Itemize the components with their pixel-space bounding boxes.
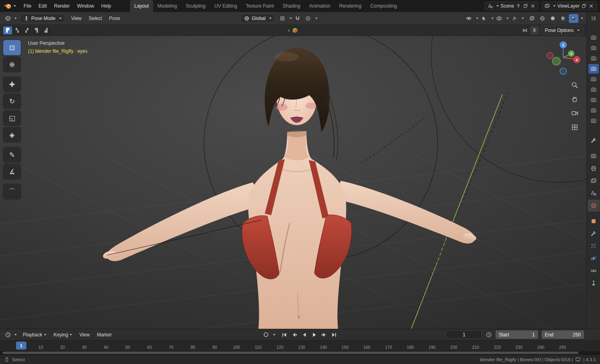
outliner-object-row[interactable]: [588, 33, 599, 42]
outliner-object-row[interactable]: [588, 54, 599, 63]
shading-wireframe-button[interactable]: [538, 14, 547, 23]
viewport-menu[interactable]: Select: [85, 14, 106, 23]
viewport-canvas[interactable]: [0, 36, 586, 329]
timeline-editor-type-button[interactable]: [3, 330, 13, 339]
breadcrumb-expand-icon[interactable]: ›: [288, 27, 290, 33]
tool-button[interactable]: ✚: [3, 77, 21, 92]
tool-button[interactable]: ⊡: [3, 40, 21, 55]
shading-rendered-button[interactable]: [569, 14, 578, 23]
outliner-object-row[interactable]: [588, 74, 599, 84]
timeline-menu[interactable]: View: [76, 330, 93, 339]
app-menu[interactable]: File: [20, 2, 35, 10]
tool-button[interactable]: ✎: [3, 147, 21, 162]
properties-tab[interactable]: [588, 215, 600, 227]
orthographic-toggle-button[interactable]: [570, 123, 579, 132]
mirror-x-toggle[interactable]: X: [530, 26, 539, 34]
tool-button[interactable]: ◈: [3, 127, 21, 142]
timeline-menu[interactable]: Marker: [93, 330, 115, 339]
camera-view-button[interactable]: [570, 109, 579, 118]
new-scene-icon[interactable]: [523, 3, 528, 9]
close-icon[interactable]: [530, 3, 536, 9]
tool-button[interactable]: ⌒: [3, 184, 21, 199]
new-viewlayer-icon[interactable]: [581, 3, 587, 9]
gizmos-dropdown[interactable]: [510, 14, 519, 23]
outliner-object-row[interactable]: [588, 106, 599, 115]
select-mode-pill[interactable]: ▞: [22, 26, 31, 34]
properties-tab[interactable]: [588, 200, 600, 212]
jump-to-start-button[interactable]: [280, 331, 289, 339]
play-button[interactable]: [310, 331, 319, 339]
timeline-ruler[interactable]: 1102030405060708090100110120130140150160…: [0, 340, 600, 351]
select-mode-pill[interactable]: ▚: [13, 26, 22, 34]
selectability-dropdown[interactable]: [479, 14, 489, 23]
mode-selector[interactable]: Pose Mode: [20, 14, 65, 23]
jump-to-end-button[interactable]: [330, 331, 339, 339]
end-frame-field[interactable]: End 250: [542, 330, 584, 339]
properties-tab[interactable]: [588, 265, 600, 277]
properties-tab[interactable]: [588, 228, 600, 240]
properties-tab[interactable]: [588, 240, 600, 252]
timeline-menu[interactable]: Playback: [19, 330, 50, 339]
workspace-tab[interactable]: Rendering: [335, 0, 366, 12]
app-menu[interactable]: Window: [73, 2, 98, 10]
select-mode-pill[interactable]: ▜: [32, 26, 41, 34]
visibility-dropdown[interactable]: [464, 14, 474, 23]
tool-button[interactable]: ↻: [3, 94, 21, 109]
workspace-tab[interactable]: Sculpting: [182, 0, 210, 12]
app-menu[interactable]: Render: [50, 2, 73, 10]
play-reverse-button[interactable]: [300, 331, 309, 339]
pan-button[interactable]: [570, 95, 579, 104]
outliner-object-row[interactable]: [588, 85, 599, 94]
blender-logo-icon[interactable]: [3, 2, 16, 10]
viewport-menu[interactable]: Pose: [106, 14, 124, 23]
xray-toggle[interactable]: [527, 14, 537, 23]
tool-button[interactable]: ∡: [3, 164, 21, 179]
workspace-tab[interactable]: Layout: [130, 0, 153, 12]
properties-tab[interactable]: [588, 187, 600, 199]
start-frame-field[interactable]: Start 1: [496, 330, 538, 339]
workspace-tab[interactable]: UV Editing: [210, 0, 242, 12]
timeline-menu[interactable]: Keying: [50, 330, 76, 339]
overlays-dropdown[interactable]: [494, 14, 504, 23]
tool-button[interactable]: ⊕: [3, 57, 21, 72]
workspace-tab[interactable]: Compositing: [366, 0, 401, 12]
viewport-menu[interactable]: View: [68, 14, 85, 23]
pose-options-dropdown[interactable]: Pose Options: [541, 26, 583, 35]
auto-keying-toggle[interactable]: [262, 331, 270, 339]
shading-material-button[interactable]: [558, 14, 568, 23]
select-mode-pill[interactable]: ▛: [3, 26, 12, 34]
proportional-editing-button[interactable]: [303, 14, 313, 23]
outliner-object-row[interactable]: [588, 116, 599, 126]
playhead[interactable]: 1: [16, 342, 26, 350]
jump-to-next-keyframe-button[interactable]: [320, 331, 329, 339]
workspace-tab[interactable]: Shading: [278, 0, 305, 12]
select-mode-pill[interactable]: ▟: [42, 26, 50, 34]
properties-tab[interactable]: [588, 175, 600, 187]
properties-tab[interactable]: [588, 277, 600, 289]
outliner-object-row[interactable]: [588, 95, 599, 105]
properties-tab[interactable]: [588, 134, 600, 146]
properties-tab[interactable]: [588, 150, 600, 162]
properties-tab[interactable]: [588, 252, 600, 264]
workspace-tab[interactable]: Animation: [305, 0, 335, 12]
gizmo-x-neg[interactable]: [547, 52, 553, 59]
current-frame-field[interactable]: 1: [446, 330, 482, 339]
gizmo-z-neg[interactable]: [560, 68, 566, 74]
viewport-3d[interactable]: User Perspective (1) blender file_Rigify…: [0, 36, 586, 329]
scene-selector[interactable]: Scene: [485, 2, 538, 10]
pin-icon[interactable]: [516, 3, 521, 9]
timeline-scrollbar[interactable]: [2, 352, 578, 354]
navigation-gizmo[interactable]: Z Y X: [545, 39, 582, 76]
workspace-tab[interactable]: Texture Paint: [242, 0, 278, 12]
gizmo-y-neg[interactable]: [552, 57, 560, 65]
outliner-object-row[interactable]: [588, 43, 599, 53]
app-menu[interactable]: Help: [98, 2, 115, 10]
workspace-tab[interactable]: Modeling: [153, 0, 182, 12]
outliner-filter-button[interactable]: [590, 15, 597, 22]
snap-toggle-button[interactable]: [293, 14, 302, 23]
orientation-selector[interactable]: Global: [240, 14, 275, 23]
breadcrumb[interactable]: ›: [288, 27, 298, 34]
tool-button[interactable]: ◱: [3, 110, 21, 126]
remove-viewlayer-icon[interactable]: [588, 3, 594, 9]
snap-target-button[interactable]: [278, 14, 287, 23]
